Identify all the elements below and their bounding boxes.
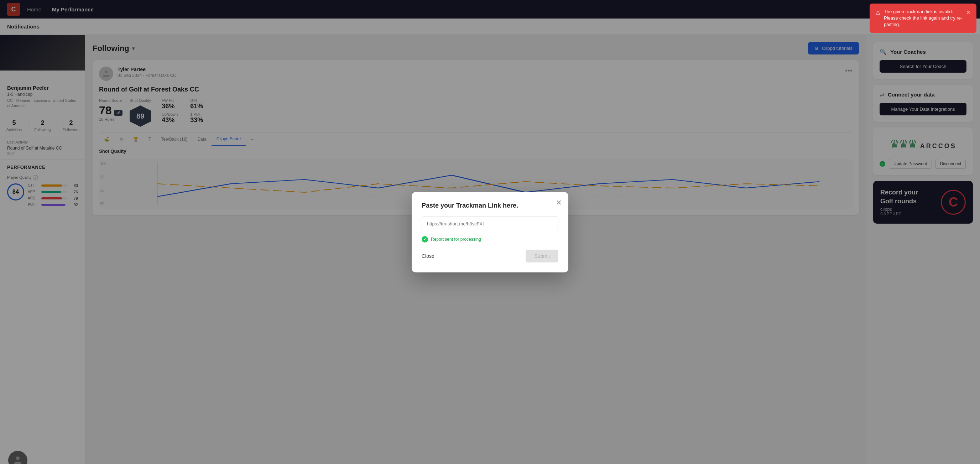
modal-overlay[interactable]: Paste your Trackman Link here. ✕ ✓ Repor… <box>0 0 980 464</box>
success-message: ✓ Report sent for processing <box>422 236 558 243</box>
modal-submit-button[interactable]: Submit <box>526 249 558 262</box>
error-toast: ⚠ The given trackman link is invalid. Pl… <box>870 3 977 33</box>
modal-title: Paste your Trackman Link here. <box>422 202 558 210</box>
success-text: Report sent for processing <box>431 237 481 242</box>
success-checkmark-icon: ✓ <box>422 236 428 243</box>
modal-close-button[interactable]: ✕ <box>556 199 562 207</box>
modal-footer: Close Submit <box>422 249 558 262</box>
trackman-link-input[interactable] <box>422 216 558 231</box>
toast-close-button[interactable]: ✕ <box>966 8 971 16</box>
trackman-modal: Paste your Trackman Link here. ✕ ✓ Repor… <box>412 192 568 272</box>
toast-message: The given trackman link is invalid. Plea… <box>884 8 963 28</box>
warning-icon: ⚠ <box>875 9 880 17</box>
modal-close-text-button[interactable]: Close <box>422 253 434 259</box>
